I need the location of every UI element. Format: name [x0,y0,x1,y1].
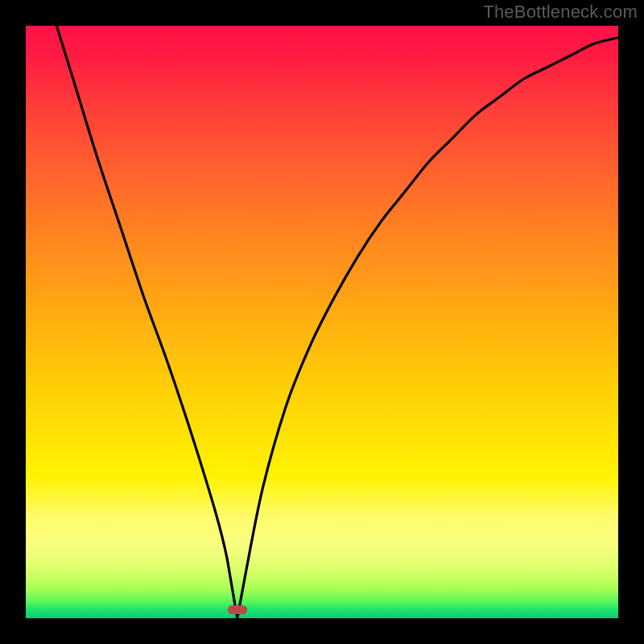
outer-frame: TheBottleneck.com [0,0,644,644]
plot-area [26,26,618,618]
optimal-point-marker [228,605,247,614]
watermark-text: TheBottleneck.com [483,2,638,23]
bottleneck-curve [26,26,618,618]
